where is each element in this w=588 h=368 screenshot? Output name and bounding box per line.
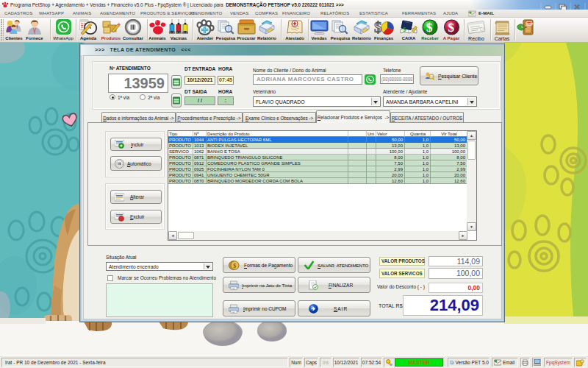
svg-text:$: $	[448, 21, 455, 35]
svg-text:$: $	[426, 21, 433, 35]
svg-text:$: $	[403, 26, 406, 33]
svg-text:EXIT: EXIT	[528, 23, 534, 26]
svg-text:$: $	[374, 19, 382, 35]
svg-text:$: $	[233, 262, 236, 269]
